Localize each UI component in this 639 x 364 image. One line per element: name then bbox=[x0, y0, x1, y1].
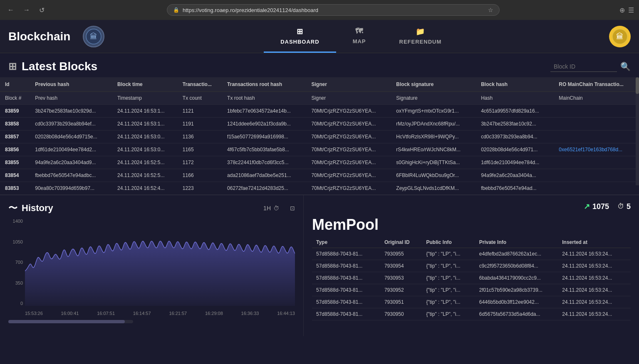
table-subheader-row: Block #Prev hashTimestampTx countTx root… bbox=[0, 92, 639, 105]
table-cell bbox=[554, 130, 639, 143]
table-row[interactable]: 83858cd0c33973b293ea8b94ef...24.11.2024 … bbox=[0, 118, 639, 130]
mempool-cell: {"tip" : "LP", "i... bbox=[422, 248, 475, 260]
chart-scrollbar[interactable] bbox=[8, 320, 133, 323]
table-cell: 24.11.2024 16:53:1... bbox=[112, 118, 178, 130]
table-cell: 378c22441f0db7cd6f3cc5... bbox=[222, 156, 306, 169]
table-cell: 24.11.2024 16:52:4... bbox=[112, 182, 178, 195]
mempool-cell: 57d8588d-7043-81... bbox=[312, 260, 380, 272]
menu-icon[interactable]: ☰ bbox=[628, 6, 634, 14]
block-id-input[interactable] bbox=[550, 61, 617, 72]
time-filter[interactable]: 1H ⏱ ⊡ bbox=[263, 205, 295, 212]
browser-chrome: ← → ↺ 🔒 https://voting.roaep.ro/preziden… bbox=[0, 0, 639, 20]
y-label-0: 0 bbox=[8, 301, 23, 306]
table-cell: rS4kwHREo/rWJcNNC8kM... bbox=[391, 143, 476, 156]
x-label-3: 16:14:57 bbox=[133, 311, 151, 316]
table-cell: 1241ddee6e902a1f3cda9b... bbox=[222, 118, 306, 130]
reload-button[interactable]: ↺ bbox=[37, 5, 47, 16]
col-block-time: Block time bbox=[112, 77, 178, 92]
mempool-cell: 57d8588d-7043-81... bbox=[312, 248, 380, 260]
x-label-6: 16:36:33 bbox=[241, 311, 259, 316]
table-row[interactable]: 838593b247be2583fae10c929d...24.11.2024 … bbox=[0, 105, 639, 118]
table-cell: 02028b08d4e56c4d971... bbox=[476, 143, 554, 156]
mempool-row[interactable]: 57d8588d-7043-81...7930952{"tip" : "LP",… bbox=[312, 284, 631, 296]
table-cell: 1df61de2100494ee784d2... bbox=[30, 143, 112, 156]
table-cell: 3b247be2583fae10c92... bbox=[476, 118, 554, 130]
table-cell: 83856 bbox=[0, 143, 30, 156]
table-cell[interactable]: 0xe6521ef170e163bd768d... bbox=[554, 143, 639, 156]
table-cell: ZeypGLSqLNvds1cdDfKM... bbox=[391, 182, 476, 195]
referendum-icon: 📁 bbox=[416, 27, 425, 36]
tab-dashboard[interactable]: ⊞ DASHBOARD bbox=[264, 20, 336, 53]
mempool-cell: 7930950 bbox=[380, 308, 422, 320]
table-subheader-cell: Signature bbox=[391, 92, 476, 105]
browser-toolbar: ⊕ ☰ bbox=[619, 6, 634, 14]
table-cell: s0GhigHcKi+ryDiBjTTKtSa... bbox=[391, 156, 476, 169]
table-cell: 70Mt/CrjzRZYG2zSU6YEA... bbox=[307, 143, 391, 156]
table-cell: 4f67c5fb7c5bb03fafae5b8... bbox=[222, 143, 306, 156]
table-cell: 70Mt/CrjzRZYG2zSU6YEA... bbox=[307, 169, 391, 182]
forward-button[interactable]: → bbox=[21, 5, 32, 15]
mempool-row[interactable]: 57d8588d-7043-81...7930950{"tip" : "LP",… bbox=[312, 308, 631, 320]
chart-container: 1400 1050 700 350 0 bbox=[8, 219, 295, 318]
chart-svg bbox=[25, 219, 295, 306]
scrollbar-thumb bbox=[636, 77, 639, 94]
table-row[interactable]: 8385390ea80c703994d659b97...24.11.2024 1… bbox=[0, 182, 639, 195]
mempool-cell: {"tip" : "LP", "i... bbox=[422, 284, 475, 296]
col-type: Type bbox=[312, 237, 380, 248]
table-row[interactable]: 83854fbebbd76e50547e94adbc...24.11.2024 … bbox=[0, 169, 639, 182]
mempool-cell: {"tip" : "LP", "i... bbox=[422, 260, 475, 272]
mempool-row[interactable]: 57d8588d-7043-81...7930953{"tip" : "LP",… bbox=[312, 272, 631, 284]
table-cell: rMz/oyJPDAndXnc68fRpu/... bbox=[391, 118, 476, 130]
col-public-info: Public Info bbox=[422, 237, 475, 248]
chart-x-labels: 15:53:26 16:00:41 16:07:51 16:14:57 16:2… bbox=[25, 308, 295, 318]
x-label-5: 16:29:08 bbox=[205, 311, 223, 316]
mempool-cell: 2f01c57b590e2a98cb3739... bbox=[475, 284, 558, 296]
table-cell bbox=[554, 182, 639, 195]
mempool-cell: 24.11.2024 16:53:24... bbox=[558, 260, 631, 272]
y-label-700: 700 bbox=[8, 260, 23, 265]
x-label-4: 16:21:57 bbox=[169, 311, 187, 316]
table-cell: 1121 bbox=[178, 105, 222, 118]
mempool-row[interactable]: 57d8588d-7043-81...7930954{"tip" : "LP",… bbox=[312, 260, 631, 272]
tab-referendum[interactable]: 📁 REFERENDUM bbox=[383, 20, 458, 53]
table-cell: 24.11.2024 16:52:5... bbox=[112, 156, 178, 169]
address-bar[interactable]: 🔒 https://voting.roaep.ro/prezidentiale2… bbox=[167, 4, 500, 16]
history-icon: 〜 bbox=[8, 202, 17, 214]
search-button[interactable]: 🔍 bbox=[620, 61, 631, 71]
table-cell: 6FBblR4LuWQkbDsu9gOr... bbox=[391, 169, 476, 182]
col-tx-root-hash: Transactions root hash bbox=[222, 77, 306, 92]
trending-up-icon: ↗ bbox=[584, 202, 590, 211]
right-logo: 🏛 bbox=[609, 26, 631, 47]
mempool-cell: 24.11.2024 16:53:24... bbox=[558, 308, 631, 320]
table-cell: 70Mt/CrjzRZYG2zSU6YEA... bbox=[307, 182, 391, 195]
extensions-icon[interactable]: ⊕ bbox=[619, 6, 625, 14]
table-row[interactable]: 838561df61de2100494ee784d2...24.11.2024 … bbox=[0, 143, 639, 156]
col-block-sig: Block signature bbox=[391, 77, 476, 92]
mempool-cell: 24.11.2024 16:53:24... bbox=[558, 272, 631, 284]
tab-referendum-label: REFERENDUM bbox=[399, 39, 442, 45]
mempool-header: ↗ 1075 ⏱ 5 bbox=[312, 202, 631, 211]
mempool-cell: {"tip" : "LP", "i... bbox=[422, 272, 475, 284]
table-row[interactable]: 8385702028b08d4e56c4d9715e...24.11.2024 … bbox=[0, 130, 639, 143]
table-cell: cd0c33973b293ea8b94... bbox=[476, 130, 554, 143]
mempool-row[interactable]: 57d8588d-7043-81...7930951{"tip" : "LP",… bbox=[312, 296, 631, 308]
table-row[interactable]: 8385594a9fe2a6c20aa3404ad9...24.11.2024 … bbox=[0, 156, 639, 169]
dashboard-icon: ⊞ bbox=[297, 27, 303, 36]
table-cell: 83858 bbox=[0, 118, 30, 130]
mempool-cell: c9c2f95723650b6d08f84... bbox=[475, 260, 558, 272]
table-cell: 4c651a99557dfd829a16... bbox=[476, 105, 554, 118]
tab-map-label: MAP bbox=[353, 38, 366, 44]
table-subheader-cell: Tx root hash bbox=[222, 92, 306, 105]
mempool-row[interactable]: 57d8588d-7043-81...7930955{"tip" : "LP",… bbox=[312, 248, 631, 260]
main-content: ⊞ Latest Blocks 🔍 Id Previous hash Block… bbox=[0, 53, 639, 336]
vertical-scrollbar[interactable] bbox=[636, 77, 639, 185]
tab-map[interactable]: 🗺 MAP bbox=[336, 20, 383, 53]
latest-blocks-header: ⊞ Latest Blocks 🔍 bbox=[0, 53, 639, 77]
mempool-cell: 24.11.2024 16:53:24... bbox=[558, 296, 631, 308]
y-label-1400: 1400 bbox=[8, 219, 23, 224]
table-cell: fbebbd76e50547e94adbc... bbox=[30, 169, 112, 182]
section-title: ⊞ Latest Blocks bbox=[8, 60, 97, 73]
back-button[interactable]: ← bbox=[5, 5, 17, 15]
url-text: https://voting.roaep.ro/prezidentiale202… bbox=[183, 7, 318, 13]
col-transactions: Transactio... bbox=[178, 77, 222, 92]
